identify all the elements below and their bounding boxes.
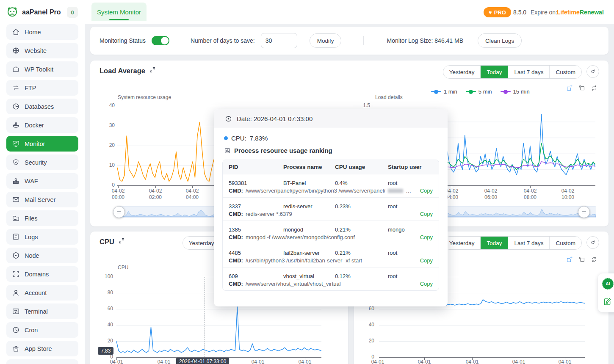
days-to-save-input[interactable]: [261, 33, 297, 48]
refresh-icon[interactable]: [591, 256, 597, 263]
process-cpu: 0.21%: [335, 250, 388, 256]
ai-assistant-button[interactable]: AI: [602, 278, 614, 290]
bar-chart-icon: [224, 147, 231, 154]
yesterday-button[interactable]: Yesterday: [443, 66, 481, 78]
clean-logs-button[interactable]: Clean Logs: [478, 33, 522, 48]
x-axis-label: 04-0210:00: [553, 188, 582, 201]
modify-button[interactable]: Modify: [310, 33, 342, 48]
monitor-icon: [12, 140, 20, 148]
clock-icon: [225, 115, 232, 122]
expand-icon[interactable]: [118, 237, 125, 246]
sidebar-item-mail-server[interactable]: Mail Server: [6, 192, 78, 207]
custom-button[interactable]: Custom: [549, 66, 581, 78]
process-table-row: 3337redis-server0.23%rootCMD:redis-serve…: [223, 197, 439, 221]
process-name: vhost_virtual: [283, 273, 335, 279]
restore-icon[interactable]: [578, 256, 585, 263]
legend-item[interactable]: 1 min: [431, 88, 457, 95]
legend-item[interactable]: 5 min: [466, 88, 492, 95]
process-table: PIDProcess name CPU usageStartup user 59…: [222, 160, 439, 291]
sidebar: aaPanel Pro 0 HomeWebsiteWP ToolkitFTPDa…: [0, 0, 85, 364]
ranking-title-row: Process resource usage ranking: [224, 147, 332, 154]
sidebar-item-logs[interactable]: Logs: [6, 229, 78, 245]
copy-link[interactable]: Copy: [420, 281, 433, 287]
last7days-button[interactable]: Last 7 days: [508, 237, 549, 249]
crosshair-horizontal: [116, 351, 321, 351]
x-axis-label: 04-0206:00: [476, 188, 505, 201]
sidebar-item-cron[interactable]: Cron: [6, 322, 78, 338]
mail-icon: [12, 196, 20, 204]
zoom-slider-handle-left[interactable]: [113, 206, 125, 218]
expand-icon[interactable]: [149, 66, 156, 75]
legend-item[interactable]: 15 min: [501, 88, 530, 95]
sidebar-item-ftp[interactable]: FTP: [6, 80, 78, 96]
refresh-button[interactable]: [586, 236, 599, 249]
zoom-select-icon[interactable]: [566, 256, 573, 263]
monitor-settings-bar: Monitoring Status Number of days to save…: [90, 27, 608, 55]
yesterday-button[interactable]: Yesterday: [443, 237, 481, 249]
sidebar-item-domains[interactable]: Domains: [6, 266, 78, 282]
renewal-link[interactable]: Renewal: [580, 9, 604, 16]
y-axis-label: 20: [98, 142, 115, 148]
pro-badge[interactable]: ♥PRO: [484, 7, 511, 17]
x-axis-label: 04-0202:00: [141, 188, 170, 201]
copy-link[interactable]: Copy: [420, 257, 433, 264]
expire-label: Expire on:: [531, 9, 557, 16]
sidebar-item-partial[interactable]: [6, 359, 78, 364]
sidebar-item-docker[interactable]: Docker: [6, 117, 78, 133]
refresh-icon[interactable]: [591, 85, 597, 91]
zoom-slider-handle-right[interactable]: [578, 206, 590, 218]
sidebar-item-label: Node: [25, 252, 39, 259]
sidebar-item-label: Monitor: [25, 141, 45, 147]
tooltip-header: Date: 2026-04-01 07:33:00: [214, 109, 448, 128]
sidebar-item-databases[interactable]: Databases: [6, 99, 78, 114]
tab-system-monitor[interactable]: System Monitor: [91, 3, 147, 21]
restore-icon[interactable]: [578, 85, 585, 91]
process-cmd: /usr/bin/python3 /usr/bin/fail2ban-serve…: [246, 257, 362, 264]
today-button[interactable]: Today: [480, 66, 508, 78]
load-details-chart-title: Load details: [375, 94, 403, 100]
sidebar-item-monitor[interactable]: Monitor: [6, 136, 78, 152]
last7days-button[interactable]: Last 7 days: [508, 66, 549, 78]
monitoring-status-label: Monitoring Status: [100, 37, 146, 44]
process-table-row: 1385mongod0.21%mongoCMD:mongod -f /www/s…: [223, 221, 439, 244]
process-pid: 593381: [229, 180, 283, 186]
sidebar-item-security[interactable]: Security: [6, 154, 78, 170]
expire-value: Lifetime: [557, 9, 580, 16]
today-button[interactable]: Today: [480, 237, 508, 249]
tab-active-underline: [109, 19, 129, 20]
heart-icon: ♥: [489, 9, 492, 16]
feedback-doc-icon[interactable]: [603, 297, 612, 308]
sidebar-item-website[interactable]: Website: [6, 43, 78, 58]
zoom-select-icon[interactable]: [566, 85, 573, 91]
copy-link[interactable]: Copy: [420, 234, 433, 240]
copy-link[interactable]: Copy: [420, 188, 433, 194]
sidebar-item-waf[interactable]: WAF: [6, 173, 78, 189]
sidebar-nav: HomeWebsiteWP ToolkitFTPDatabasesDockerM…: [6, 24, 78, 364]
x-axis-label: 04-0204:00: [178, 188, 207, 201]
y-axis-label: 10: [98, 162, 115, 168]
sidebar-item-account[interactable]: Account: [6, 285, 78, 301]
version-label: 8.5.0: [513, 9, 526, 16]
sidebar-item-label: Docker: [25, 122, 44, 129]
docker-icon: [12, 121, 20, 129]
sidebar-item-wp-toolkit[interactable]: WP Toolkit: [6, 61, 78, 77]
sidebar-item-home[interactable]: Home: [6, 24, 78, 40]
process-pid: 1385: [229, 226, 283, 233]
monitoring-status-toggle[interactable]: [152, 36, 169, 45]
sidebar-item-app-store[interactable]: App Store: [6, 341, 78, 356]
process-name: redis-server: [283, 203, 335, 210]
y-axis-label: 40: [96, 322, 113, 328]
crosshair-x-label: 2026-04-01 07:33:00: [176, 358, 229, 364]
custom-button[interactable]: Custom: [549, 237, 581, 249]
process-pid: 4485: [229, 250, 283, 256]
notification-badge[interactable]: 0: [67, 7, 78, 18]
y-axis-label: 30: [98, 122, 115, 128]
sidebar-item-node[interactable]: Node: [6, 248, 78, 263]
sidebar-item-files[interactable]: Files: [6, 210, 78, 226]
process-pid: 609: [229, 273, 283, 279]
y-axis-label: 20: [96, 338, 113, 344]
copy-link[interactable]: Copy: [420, 211, 433, 217]
monitor-log-size-label: Monitor Log Size: 846.41 MB: [387, 37, 463, 44]
sidebar-item-terminal[interactable]: Terminal: [6, 303, 78, 319]
refresh-button[interactable]: [586, 65, 599, 78]
